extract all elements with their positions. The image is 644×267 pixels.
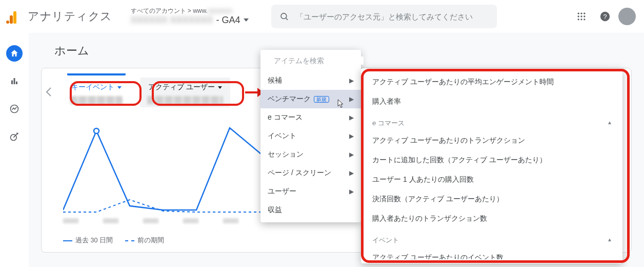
metric-option[interactable]: 購入者あたりのトランザクション数 (361, 209, 622, 228)
svg-point-0 (281, 13, 287, 19)
trend-chart (63, 124, 263, 216)
chevron-down-icon (117, 86, 122, 89)
account-breadcrumb: すべてのアカウント > www. (131, 7, 208, 14)
bar-chart-icon (10, 77, 19, 86)
metric-option[interactable]: アクティブ ユーザーあたりの平均エンゲージメント時間 (361, 72, 622, 92)
nav-reports[interactable] (6, 73, 23, 89)
left-nav-rail (0, 33, 29, 145)
legend-previous: 前の期間 (137, 237, 164, 244)
chevron-up-icon: ▾ (608, 120, 611, 127)
chevron-right-icon: ▶ (349, 114, 354, 121)
chevron-down-icon (218, 86, 222, 89)
metric-option[interactable]: アクティブ ユーザーあたりのトランザクション (361, 131, 622, 150)
chevron-up-icon: ▾ (608, 237, 611, 244)
chevron-right-icon: ▶ (349, 96, 354, 103)
metric-value-blurred (147, 96, 223, 104)
metric-category-item[interactable]: ベンチマーク新規▶ (260, 90, 361, 108)
metric-category-item[interactable]: ページ / スクリーン▶ (260, 164, 361, 182)
metric-chip-primary-label: キーイベント (71, 83, 114, 92)
app-name: アナリティクス (28, 9, 112, 24)
apps-icon[interactable] (571, 6, 592, 27)
chevron-right-icon: ▶ (349, 77, 354, 84)
svg-point-7 (583, 15, 585, 17)
nav-advertising[interactable] (6, 128, 23, 145)
property-suffix: - GA4 (216, 15, 240, 26)
metric-option[interactable]: 決済回数（アクティブ ユーザーあたり） (361, 189, 622, 209)
home-icon (10, 49, 19, 58)
global-search[interactable] (271, 5, 497, 28)
x-axis-labels-blurred (63, 218, 263, 223)
nav-home[interactable] (6, 45, 23, 62)
metric-chip-secondary[interactable]: アクティブ ユーザー (140, 78, 230, 107)
svg-point-3 (580, 13, 582, 14)
svg-rect-13 (11, 81, 13, 85)
svg-rect-15 (16, 82, 17, 84)
legend-current: 過去 30 日間 (75, 237, 113, 244)
svg-point-10 (583, 18, 585, 20)
trend-icon (9, 104, 19, 114)
chevron-right-icon: ▶ (349, 188, 354, 195)
svg-text:?: ? (603, 13, 607, 21)
svg-point-4 (583, 13, 585, 14)
svg-point-5 (578, 15, 579, 17)
chevron-down-icon (244, 18, 249, 22)
chevron-right-icon: ▶ (349, 169, 354, 177)
metric-option[interactable]: アクティブ ユーザーあたりのイベント数 (361, 248, 622, 259)
svg-point-8 (578, 18, 579, 20)
metric-search-input[interactable] (274, 56, 364, 65)
chevron-left-icon (46, 87, 52, 97)
metric-option[interactable]: カートに追加した回数（アクティブ ユーザーあたり） (361, 150, 622, 170)
svg-point-6 (580, 15, 582, 17)
metric-category-label: ベンチマーク新規 (268, 94, 329, 104)
global-search-input[interactable] (296, 12, 489, 21)
metric-chip-primary[interactable]: キーイベント (63, 78, 130, 107)
metric-option[interactable]: ユーザー 1 人あたりの購入回数 (361, 170, 622, 189)
search-icon (279, 11, 289, 22)
metric-submenu: アクティブ ユーザーあたりの平均エンゲージメント時間購入者率e コマース▾アクテ… (361, 68, 622, 263)
ga-logo-icon (6, 9, 21, 24)
metric-category-item[interactable]: ユーザー▶ (260, 182, 361, 201)
metric-category-label: セッション (268, 150, 304, 159)
metric-category-label: 収益 (268, 205, 282, 215)
account-selector[interactable]: すべてのアカウント > www.xxxxxxxx XXXXXX XXXXXXX … (131, 8, 249, 25)
avatar[interactable] (618, 8, 636, 25)
nav-explore[interactable] (6, 101, 23, 117)
metric-category-label: ユーザー (268, 187, 296, 196)
metric-category-item[interactable]: イベント▶ (260, 127, 361, 145)
metric-category-label: 候補 (268, 76, 282, 85)
metric-value-blurred (70, 96, 123, 104)
metric-option[interactable]: 購入者率 (361, 92, 622, 111)
metric-submenu-scroll[interactable]: アクティブ ユーザーあたりの平均エンゲージメント時間購入者率e コマース▾アクテ… (361, 72, 622, 259)
metric-category-label: ページ / スクリーン (268, 168, 331, 178)
metric-category-label: e コマース (268, 113, 303, 122)
svg-rect-14 (14, 78, 15, 84)
metric-category-item[interactable]: セッション▶ (260, 145, 361, 164)
metric-category-menu: 候補▶ベンチマーク新規▶e コマース▶イベント▶セッション▶ページ / スクリー… (260, 50, 361, 222)
metric-category-label: イベント (268, 131, 296, 141)
top-bar: アナリティクス すべてのアカウント > www.xxxxxxxx XXXXXX … (0, 0, 644, 33)
help-icon[interactable]: ? (595, 6, 615, 27)
chart-legend: 過去 30 日間 前の期間 (63, 236, 164, 245)
prev-card-button[interactable] (46, 87, 52, 97)
svg-point-9 (580, 18, 582, 20)
metric-group-title: e コマース (372, 119, 405, 128)
new-badge: 新規 (314, 96, 329, 103)
metric-chip-secondary-label: アクティブ ユーザー (148, 83, 215, 92)
metric-category-item[interactable]: e コマース▶ (260, 108, 361, 127)
metric-group-title: イベント (372, 236, 399, 245)
target-icon (9, 131, 19, 142)
svg-point-2 (578, 13, 579, 14)
svg-line-1 (286, 18, 287, 20)
metric-category-item[interactable]: 収益 (260, 201, 361, 219)
metric-group-header[interactable]: イベント▾ (361, 228, 622, 248)
chevron-right-icon: ▶ (349, 132, 354, 140)
metric-group-header[interactable]: e コマース▾ (361, 111, 622, 131)
metric-category-item[interactable]: 候補▶ (260, 71, 361, 90)
svg-point-18 (94, 128, 99, 134)
chevron-right-icon: ▶ (349, 151, 354, 158)
property-name-blurred: XXXXXX XXXXXXX (131, 15, 213, 26)
